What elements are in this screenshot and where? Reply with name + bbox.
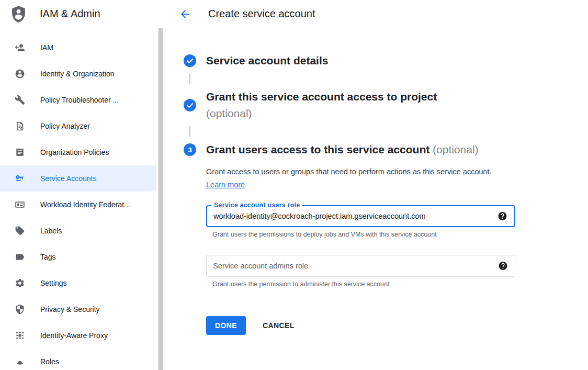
sidebar-item-label: Policy Analyzer (40, 122, 90, 130)
sidebar-item-label: IAM (40, 43, 53, 52)
admins-role-helper-text: Grant users the permission to administer… (212, 281, 520, 288)
tag-arrow-icon (15, 252, 25, 262)
sidebar-item-policy-analyzer[interactable]: Policy Analyzer (0, 113, 156, 139)
step-3-number-badge: 3 (184, 143, 196, 156)
learn-more-link[interactable]: Learn more (206, 181, 245, 189)
sidebar-item-organization-policies[interactable]: Organization Policies (0, 139, 156, 165)
step-2-title: Grant this service account access to pro… (206, 88, 437, 122)
sidebar-item-privacy-security[interactable]: Privacy & Security (0, 296, 156, 322)
hat-icon (15, 356, 25, 367)
create-service-account-form: Service account details Grant this servi… (165, 28, 588, 370)
admins-role-input[interactable] (207, 255, 515, 276)
sidebar-item-policy-troubleshooter[interactable]: Policy Troubleshooter ... (0, 87, 156, 113)
cancel-button[interactable]: CANCEL (263, 321, 295, 330)
document-lines-icon (15, 147, 25, 158)
step-3-title: Grant users access to this service accou… (206, 141, 479, 158)
done-button[interactable]: DONE (206, 316, 246, 335)
sidebar-item-label: Privacy & Security (40, 305, 100, 313)
sidebar: IAM Identity & Organization Policy Troub… (0, 28, 165, 370)
sidebar-scrollbar[interactable] (158, 28, 163, 370)
sidebar-item-identity-aware-proxy[interactable]: Identity-Aware Proxy (0, 322, 156, 349)
iam-shield-logo-icon (9, 5, 28, 23)
sidebar-item-label: Settings (40, 279, 67, 287)
sidebar-item-roles[interactable]: Roles (0, 349, 156, 370)
sidebar-item-tags[interactable]: Tags (0, 244, 156, 270)
sidebar-item-label: Tags (40, 253, 56, 261)
step-1-service-account-details: Service account details (184, 52, 588, 69)
shield-icon (15, 304, 25, 315)
page-header: Create service account (165, 7, 315, 21)
help-icon[interactable] (497, 211, 507, 221)
page-title: Create service account (208, 8, 315, 20)
sidebar-item-label: Service Accounts (40, 174, 96, 183)
product-title: IAM & Admin (40, 8, 100, 20)
proxy-icon (15, 330, 25, 341)
policy-analyzer-icon (15, 121, 25, 131)
service-account-admins-role-field (206, 255, 515, 277)
step-3-grant-users-access: 3 Grant users access to this service acc… (184, 141, 588, 158)
iam-admin-console: IAM & Admin Create service account IAM (0, 0, 588, 370)
identity-card-icon (15, 199, 25, 210)
sidebar-item-settings[interactable]: Settings (0, 270, 156, 296)
sidebar-item-label: Organization Policies (40, 148, 109, 156)
step-2-complete-icon (184, 99, 196, 111)
wrench-icon (15, 95, 25, 105)
sidebar-item-label: Labels (40, 227, 62, 235)
account-circle-icon (15, 69, 25, 79)
sidebar-item-identity-organization[interactable]: Identity & Organization (0, 61, 156, 87)
sidebar-nav-list: IAM Identity & Organization Policy Troub… (0, 28, 156, 370)
help-icon[interactable] (498, 261, 508, 271)
step-1-complete-icon (184, 54, 196, 67)
back-arrow-icon[interactable] (178, 7, 192, 21)
sidebar-item-label: Identity & Organization (40, 70, 115, 78)
top-app-bar: IAM & Admin Create service account (0, 0, 588, 28)
service-account-users-role-field: Service account users role (206, 205, 515, 227)
sidebar-item-label: Workload Identity Federat... (40, 200, 130, 209)
sidebar-item-label: Policy Troubleshooter ... (40, 96, 119, 104)
label-tag-icon (15, 226, 25, 236)
sidebar-item-iam[interactable]: IAM (0, 35, 156, 61)
step-2-optional-label: (optional) (206, 105, 437, 122)
users-role-helper-text: Grant users the permissions to deploy jo… (212, 231, 520, 238)
step-3-optional-label: (optional) (433, 143, 479, 155)
step-3-description: Grant access to users or groups that nee… (206, 165, 497, 192)
form-actions: DONE CANCEL (206, 316, 520, 335)
service-account-key-icon (15, 173, 25, 184)
product-header: IAM & Admin (0, 5, 165, 23)
gear-icon (15, 278, 25, 288)
sidebar-item-workload-identity-federation[interactable]: Workload Identity Federat... (0, 192, 156, 218)
step-2-grant-access-to-project: Grant this service account access to pro… (184, 88, 588, 122)
users-role-input[interactable] (207, 206, 514, 226)
sidebar-item-labels[interactable]: Labels (0, 218, 156, 244)
users-role-field-label: Service account users role (211, 201, 302, 209)
sidebar-item-label: Identity-Aware Proxy (40, 331, 108, 340)
stepper-connector (189, 73, 190, 84)
sidebar-item-service-accounts[interactable]: Service Accounts (0, 165, 156, 192)
step-1-title: Service account details (206, 52, 328, 69)
person-add-icon (15, 42, 25, 53)
sidebar-item-label: Roles (40, 357, 59, 366)
stepper-connector (189, 126, 190, 137)
